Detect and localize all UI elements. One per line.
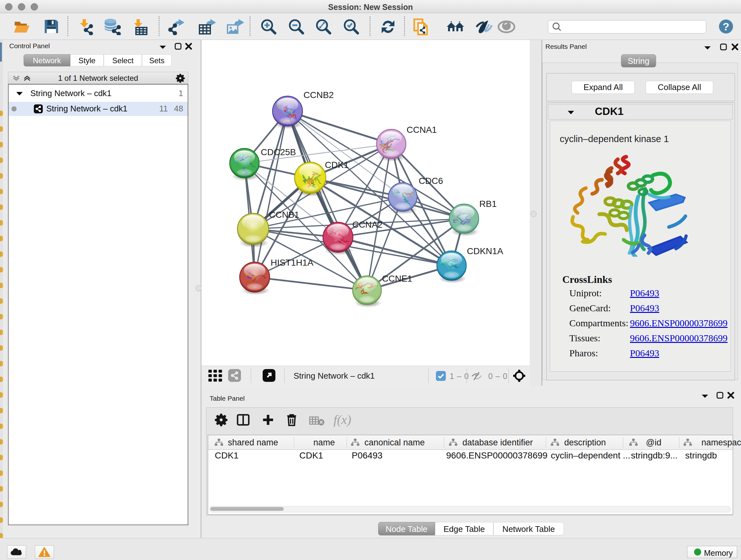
svg-text:RB1: RB1	[479, 199, 496, 209]
svg-text:CCNA1: CCNA1	[407, 125, 437, 135]
svg-text:CDC25B: CDC25B	[261, 147, 296, 157]
svg-text:CCNB1: CCNB1	[269, 210, 299, 220]
svg-text:CDKN1A: CDKN1A	[467, 246, 503, 256]
svg-text:HIST1H1A: HIST1H1A	[271, 258, 313, 267]
svg-text:?: ?	[723, 20, 730, 33]
svg-text:CDK1: CDK1	[325, 160, 349, 170]
svg-text:CCNB2: CCNB2	[304, 90, 334, 100]
svg-text:CDC6: CDC6	[419, 176, 443, 186]
svg-text:CCNA2: CCNA2	[352, 220, 383, 230]
svg-text:CCNE1: CCNE1	[382, 273, 412, 284]
